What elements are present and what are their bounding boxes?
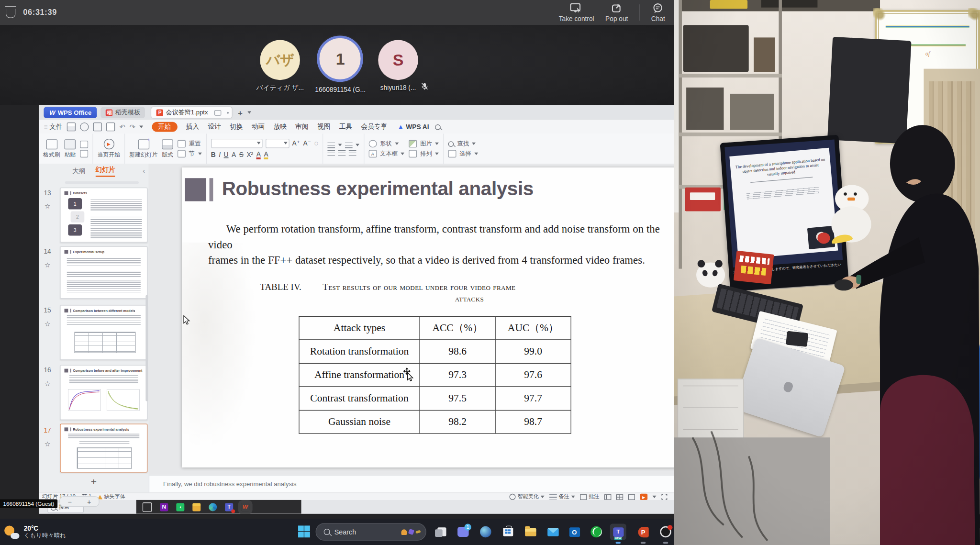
- wps-zoom-controls[interactable]: − +: [59, 496, 100, 507]
- chat-button[interactable]: Chat: [651, 3, 665, 22]
- windows-start-button[interactable]: [298, 525, 310, 537]
- microsoft-store-button[interactable]: [500, 524, 516, 540]
- italic-button[interactable]: I: [219, 151, 221, 158]
- mail-button[interactable]: [545, 524, 561, 540]
- teams-icon[interactable]: T: [225, 503, 233, 511]
- file-explorer-icon[interactable]: [192, 503, 200, 511]
- layout-button[interactable]: 版式: [162, 139, 173, 158]
- output-icon[interactable]: [80, 122, 89, 131]
- participant-avatar[interactable]: バザ バイティガ ザ...: [256, 40, 304, 93]
- preview-icon[interactable]: [106, 122, 115, 131]
- menu-tools[interactable]: 工具: [339, 122, 352, 131]
- menu-review[interactable]: 审阅: [295, 122, 308, 131]
- highlight-button[interactable]: A: [264, 150, 268, 159]
- shapes-button[interactable]: 形状: [368, 140, 404, 148]
- wps-taskbar-icon[interactable]: W: [241, 503, 249, 511]
- cut-icon[interactable]: [80, 140, 88, 148]
- menu-view[interactable]: 视图: [317, 122, 330, 131]
- undo-icon[interactable]: ↶: [120, 123, 125, 131]
- comment-toggle-button[interactable]: 批注: [580, 493, 599, 501]
- missing-font-warning[interactable]: 缺失字体: [98, 493, 125, 501]
- file-explorer-button[interactable]: [523, 524, 539, 540]
- pop-out-button[interactable]: Pop out: [605, 3, 628, 22]
- slide-sorter-button[interactable]: [616, 494, 623, 500]
- template-tab[interactable]: 稻 稻壳模板: [101, 107, 145, 118]
- slide-thumbnail-16[interactable]: Comparison before and after improvement: [60, 365, 147, 420]
- slideshow-play-button[interactable]: ▶: [640, 494, 647, 500]
- paste-button[interactable]: 粘贴: [65, 139, 76, 158]
- increase-font-icon[interactable]: A⁺: [292, 139, 300, 147]
- menu-file[interactable]: ≡文件: [44, 122, 62, 131]
- teams-button-active[interactable]: TNEW: [610, 524, 626, 540]
- slide-thumbnail-13[interactable]: Datasets 1 2 3: [60, 188, 147, 243]
- obs-button[interactable]: [657, 524, 674, 540]
- align-right-icon[interactable]: [349, 150, 356, 156]
- panel-slider[interactable]: [65, 181, 139, 184]
- save-icon[interactable]: [67, 122, 76, 131]
- print-icon[interactable]: [93, 122, 102, 131]
- menu-slideshow[interactable]: 放映: [274, 122, 287, 131]
- underline-button[interactable]: U: [224, 151, 229, 158]
- play-from-page-button[interactable]: ▶当页开始: [98, 139, 120, 159]
- take-control-button[interactable]: Take control: [559, 3, 594, 22]
- reset-button[interactable]: 重置: [178, 140, 201, 148]
- reading-view-button[interactable]: [628, 494, 635, 500]
- new-tab-button[interactable]: +: [238, 108, 243, 117]
- slide-thumbnail-17-selected[interactable]: Robustness experimental analysis: [60, 424, 147, 473]
- xbox-button[interactable]: [588, 524, 604, 540]
- slide-thumbnail-15[interactable]: Comparison between different models: [60, 305, 147, 360]
- align-center-icon[interactable]: [338, 150, 345, 156]
- edge-browser-icon[interactable]: [209, 503, 217, 511]
- line-app-icon[interactable]: ◖: [176, 503, 184, 511]
- menu-animation[interactable]: 动画: [252, 122, 265, 131]
- find-button[interactable]: 查找: [448, 140, 479, 148]
- new-slide-button[interactable]: +新建幻灯片: [129, 139, 157, 158]
- select-button[interactable]: 选择: [448, 150, 479, 158]
- picture-button[interactable]: 图片: [409, 140, 439, 148]
- menu-design[interactable]: 设计: [208, 122, 221, 131]
- slide-thumbnail-14[interactable]: Experimental setup: [60, 246, 147, 299]
- superscript-button[interactable]: X²: [246, 151, 253, 158]
- notes-toggle-button[interactable]: 备注: [549, 493, 575, 501]
- participant-avatar[interactable]: S shiyuri18 (...: [378, 40, 418, 91]
- smart-beautify-button[interactable]: 智能美化: [509, 493, 544, 501]
- fullscreen-icon[interactable]: [661, 494, 668, 500]
- notes-bar[interactable]: Finally, we did robustness experimental …: [149, 475, 674, 493]
- strike-button[interactable]: S: [239, 151, 244, 158]
- weather-widget[interactable]: 20°C くもり時々晴れ: [4, 525, 66, 539]
- redo-icon[interactable]: ↷: [130, 123, 135, 131]
- menu-transition[interactable]: 切换: [230, 122, 243, 131]
- onenote-icon[interactable]: N: [160, 503, 168, 511]
- task-view-icon[interactable]: [143, 502, 152, 512]
- clear-format-icon[interactable]: ◌: [314, 139, 318, 147]
- number-list-icon[interactable]: [345, 142, 353, 148]
- menu-insert[interactable]: 插入: [186, 122, 199, 131]
- font-name-select[interactable]: [211, 138, 262, 148]
- copilot-button[interactable]: [478, 524, 494, 540]
- teams-chat-button[interactable]: 1: [455, 524, 471, 540]
- wps-ai-button[interactable]: ▲WPS AI: [397, 123, 429, 131]
- decrease-font-icon[interactable]: A⁻: [303, 139, 311, 147]
- document-tab[interactable]: P 会议答辩1.pptx: [152, 107, 232, 118]
- menu-member[interactable]: 会员专享: [361, 122, 387, 131]
- tab-list-chevron[interactable]: [247, 111, 251, 113]
- textbox-button[interactable]: A文本框: [368, 150, 404, 158]
- font-size-select[interactable]: [265, 138, 289, 148]
- wps-office-button[interactable]: W WPS Office: [44, 107, 97, 118]
- bold-button[interactable]: B: [211, 151, 216, 158]
- tab-outline[interactable]: 大纲: [72, 167, 85, 176]
- zoom-out-button[interactable]: −: [67, 498, 71, 505]
- align-left-icon[interactable]: [327, 150, 335, 156]
- format-painter-button[interactable]: 格式刷: [43, 139, 60, 158]
- menubar-search-icon[interactable]: [435, 124, 441, 130]
- panel-collapse-chevron[interactable]: ‹: [143, 167, 145, 175]
- taskbar-search-box[interactable]: Search: [316, 523, 426, 541]
- quickbar-chevron[interactable]: [139, 126, 143, 128]
- zoom-in-button[interactable]: +: [87, 498, 91, 505]
- panel-scrollbar[interactable]: [145, 295, 148, 401]
- participant-avatar-active-speaker[interactable]: 1 1660891154 (G...: [315, 35, 366, 93]
- play-options-chevron[interactable]: [653, 496, 657, 498]
- section-button[interactable]: 节: [178, 150, 201, 158]
- normal-view-button[interactable]: [604, 494, 611, 500]
- task-view-button[interactable]: [434, 524, 450, 540]
